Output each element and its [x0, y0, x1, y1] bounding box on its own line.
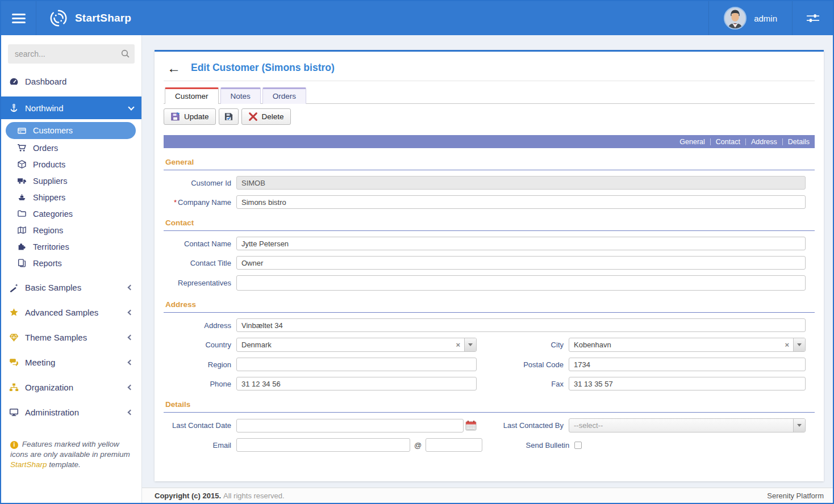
country-select[interactable]: Denmark ×: [236, 338, 477, 352]
dropdown-button[interactable]: [793, 419, 805, 432]
sidebar-item-orders[interactable]: Orders: [1, 140, 141, 156]
gem-icon: [9, 333, 19, 342]
chevron-left-icon: [128, 409, 134, 415]
category-link-address[interactable]: Address: [751, 138, 777, 146]
field-label-postal-code: Postal Code: [489, 360, 569, 369]
tab-customer[interactable]: Customer: [165, 87, 219, 104]
edit-customer-panel: ← Edit Customer (Simons bistro) Customer…: [155, 50, 824, 481]
brand-logo[interactable]: StartSharp: [36, 1, 131, 35]
field-label-contact-title: Contact Title: [164, 259, 236, 267]
calendar-icon[interactable]: [465, 420, 477, 431]
category-link-contact[interactable]: Contact: [716, 138, 740, 146]
sidebar-item-suppliers[interactable]: Suppliers: [1, 173, 141, 189]
sidebar-item-reports[interactable]: Reports: [1, 255, 141, 271]
save-icon: [170, 112, 180, 121]
sidebar-item-dashboard[interactable]: Dashboard: [1, 69, 141, 93]
fax-input[interactable]: [569, 377, 806, 390]
field-label-send-bulletin: Send Bulletin: [495, 441, 574, 450]
report-icon: [17, 258, 27, 268]
org-chart-icon: [9, 383, 19, 392]
sidebar-item-organization[interactable]: Organization: [1, 375, 141, 400]
save-apply-icon: [224, 112, 233, 121]
user-menu[interactable]: admin: [708, 1, 792, 35]
magic-wand-icon: [9, 283, 19, 292]
apply-changes-button[interactable]: [219, 108, 239, 125]
settings-button[interactable]: [792, 1, 833, 35]
sidebar-item-label: Orders: [33, 144, 58, 153]
sidebar-search-input[interactable]: [8, 44, 135, 64]
chevron-left-icon: [128, 384, 134, 390]
delete-button[interactable]: Delete: [241, 108, 291, 125]
phone-input[interactable]: [236, 377, 477, 390]
user-name: admin: [754, 14, 777, 23]
hamburger-menu-button[interactable]: [1, 1, 36, 35]
sidebar-item-label: Shippers: [33, 193, 65, 202]
avatar: [724, 7, 747, 30]
sidebar-item-northwind[interactable]: Northwind: [1, 96, 141, 119]
contact-title-input[interactable]: [236, 256, 806, 270]
footer: Copyright (c) 2015.All rights reserved. …: [142, 488, 833, 503]
sidebar-item-advanced-samples[interactable]: Advanced Samples: [1, 300, 141, 325]
tab-notes[interactable]: Notes: [220, 87, 261, 104]
representatives-input[interactable]: [236, 275, 806, 291]
category-link-general[interactable]: General: [679, 138, 704, 146]
sidebar-item-products[interactable]: Products: [1, 156, 141, 173]
last-contacted-by-select[interactable]: --select--: [569, 418, 806, 432]
sidebar-item-shippers[interactable]: Shippers: [1, 189, 141, 205]
map-icon: [17, 225, 27, 235]
send-bulletin-checkbox[interactable]: [574, 442, 582, 449]
tab-orders[interactable]: Orders: [262, 87, 306, 104]
chevron-left-icon: [128, 359, 134, 365]
credit-card-icon: [17, 126, 27, 136]
folder-icon: [17, 209, 27, 219]
last-contact-date-input[interactable]: [236, 419, 464, 432]
sidebar-item-categories[interactable]: Categories: [1, 205, 141, 222]
field-label-last-contacted-by: Last Contacted By: [489, 421, 569, 430]
search-icon[interactable]: [120, 49, 130, 58]
sidebar-item-regions[interactable]: Regions: [1, 222, 141, 238]
section-title-address: Address: [165, 300, 196, 309]
field-label-contact-name: Contact Name: [164, 240, 236, 248]
email-domain-input[interactable]: [426, 438, 482, 452]
premium-note-suffix: template.: [47, 460, 81, 469]
sidebar-item-meeting[interactable]: Meeting: [1, 350, 141, 375]
back-button[interactable]: ←: [167, 62, 181, 74]
app-window: StartSharp admin: [0, 0, 834, 504]
sidebar-item-customers[interactable]: Customers: [6, 122, 136, 139]
separator: [782, 138, 783, 145]
field-label-representatives: Representatives: [164, 279, 236, 287]
postal-code-input[interactable]: [569, 358, 806, 371]
field-label-last-contact-date: Last Contact Date: [164, 421, 236, 430]
update-button[interactable]: Update: [164, 108, 216, 125]
delete-x-icon: [248, 112, 258, 121]
clear-icon[interactable]: ×: [781, 338, 793, 351]
dropdown-button[interactable]: [464, 338, 476, 351]
category-link-details[interactable]: Details: [788, 138, 810, 146]
region-input[interactable]: [236, 358, 477, 371]
field-label-phone: Phone: [164, 380, 236, 388]
chevron-down-icon: [468, 343, 473, 346]
address-input[interactable]: [236, 318, 806, 332]
ship-icon: [17, 192, 27, 202]
premium-note: i Features marked with yellow icons are …: [10, 439, 132, 471]
city-select[interactable]: Kobenhavn ×: [569, 338, 806, 352]
sidebar-item-label: Suppliers: [33, 177, 67, 186]
contact-name-input[interactable]: [236, 237, 806, 250]
sidebar: Dashboard Northwind Customers: [1, 35, 142, 503]
sidebar-item-label: Customers: [33, 126, 73, 135]
clear-icon[interactable]: ×: [452, 338, 464, 351]
sidebar-item-administration[interactable]: Administration: [1, 400, 141, 425]
sidebar-item-basic-samples[interactable]: Basic Samples: [1, 275, 141, 300]
premium-note-text: Features marked with yellow icons are on…: [10, 440, 130, 459]
chat-bubbles-icon: [9, 358, 19, 367]
sidebar-item-theme-samples[interactable]: Theme Samples: [1, 325, 141, 350]
email-user-input[interactable]: [236, 438, 410, 452]
delete-button-label: Delete: [262, 112, 284, 121]
puzzle-icon: [17, 242, 27, 251]
premium-note-link[interactable]: StartSharp: [10, 460, 47, 469]
field-label-email: Email: [164, 441, 236, 450]
sidebar-item-territories[interactable]: Territories: [1, 238, 141, 255]
dropdown-button[interactable]: [793, 338, 805, 351]
company-name-input[interactable]: [236, 195, 806, 209]
customer-id-input[interactable]: [236, 176, 806, 190]
